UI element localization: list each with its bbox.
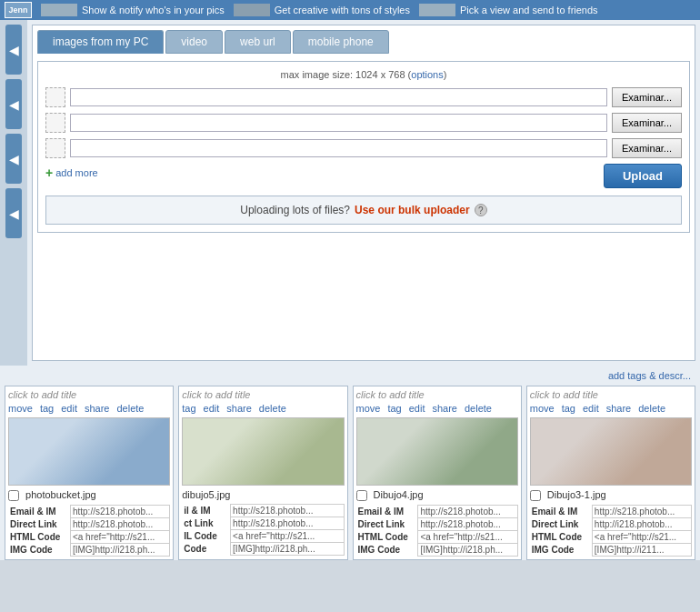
item-title-photobucket[interactable]: click to add title bbox=[8, 389, 170, 400]
item-title-dibujo3[interactable]: click to add title bbox=[530, 389, 692, 400]
action-tag-2[interactable]: tag bbox=[387, 403, 401, 414]
main-container: ◀ ◀ ◀ ◀ images from my PC video web url … bbox=[0, 20, 700, 366]
item-title-dibujo4[interactable]: click to add title bbox=[356, 389, 518, 400]
action-move-0[interactable]: move bbox=[8, 403, 33, 414]
share-label-direct-2: Direct Link bbox=[356, 518, 418, 531]
action-share-2[interactable]: share bbox=[432, 403, 457, 414]
share-label-html-3: HTML Code bbox=[530, 531, 593, 544]
share-row-img-3: IMG Code [IMG]http://i211... bbox=[530, 544, 692, 557]
share-value-email-0[interactable]: http://s218.photob... bbox=[70, 506, 169, 518]
action-edit-0[interactable]: edit bbox=[61, 403, 77, 414]
action-move-3[interactable]: move bbox=[530, 403, 555, 414]
nav-item-pics[interactable]: Show & notify who's in your pics bbox=[41, 4, 225, 16]
action-share-1[interactable]: share bbox=[226, 403, 252, 414]
action-share-0[interactable]: share bbox=[85, 403, 110, 414]
gallery-tags-bar: add tags & descr... bbox=[5, 370, 695, 381]
upload-input-2[interactable] bbox=[70, 114, 607, 132]
bulk-help-icon[interactable]: ? bbox=[475, 204, 487, 216]
action-delete-3[interactable]: delete bbox=[638, 403, 665, 414]
nav-item-view[interactable]: Pick a view and send to friends bbox=[419, 4, 598, 16]
share-value-direct-3[interactable]: http://i218.photob... bbox=[592, 518, 691, 531]
action-share-3[interactable]: share bbox=[606, 403, 632, 414]
share-value-img-0[interactable]: [IMG]http://i218.ph... bbox=[70, 544, 169, 557]
action-edit-2[interactable]: edit bbox=[409, 403, 425, 414]
share-row-direct-1: ct Link http://s218.photob... bbox=[182, 517, 344, 530]
share-table-dibujo3: Email & IM http://s218.photob... Direct … bbox=[530, 505, 692, 557]
upload-input-3[interactable] bbox=[70, 139, 607, 157]
gallery-area: add tags & descr... click to add title m… bbox=[0, 366, 700, 560]
tab-web-url[interactable]: web url bbox=[225, 30, 291, 54]
action-edit-3[interactable]: edit bbox=[583, 403, 599, 414]
nav-view-text: Pick a view and send to friends bbox=[460, 5, 598, 15]
action-delete-0[interactable]: delete bbox=[116, 403, 144, 414]
checkbox-dibujo3[interactable] bbox=[530, 490, 541, 501]
checkbox-photobucket[interactable] bbox=[8, 490, 19, 501]
avatar-label: Jenn bbox=[8, 5, 27, 15]
share-value-direct-2[interactable]: http://s218.photob... bbox=[418, 518, 517, 531]
filename-dibujo4: Dibujo4.jpg bbox=[356, 489, 518, 501]
sidebar-nav-btn-3[interactable]: ◀ bbox=[5, 134, 22, 184]
share-value-html-2[interactable]: <a href="http://s21... bbox=[418, 531, 517, 544]
share-value-html-1[interactable]: <a href="http://s21... bbox=[231, 530, 344, 543]
options-link[interactable]: options bbox=[411, 69, 443, 80]
share-row-direct-3: Direct Link http://i218.photob... bbox=[530, 518, 692, 531]
tab-mobile-phone[interactable]: mobile phone bbox=[293, 30, 389, 54]
share-row-html-2: HTML Code <a href="http://s21... bbox=[356, 531, 518, 544]
share-value-img-1[interactable]: [IMG]http://i218.ph... bbox=[231, 543, 344, 556]
add-tags-link[interactable]: add tags & descr... bbox=[608, 370, 691, 381]
share-label-direct-3: Direct Link bbox=[530, 518, 593, 531]
action-delete-1[interactable]: delete bbox=[259, 403, 286, 414]
share-row-html-3: HTML Code <a href="http://s21... bbox=[530, 531, 692, 544]
share-label-img-1: Code bbox=[182, 543, 230, 556]
filename-dibujo5: dibujo5.jpg bbox=[182, 489, 344, 500]
left-arrow-icon: ◀ bbox=[9, 43, 19, 57]
left-arrow-icon-3: ◀ bbox=[9, 152, 19, 166]
action-tag-0[interactable]: tag bbox=[40, 403, 54, 414]
share-value-email-3[interactable]: http://s218.photob... bbox=[592, 506, 691, 518]
upload-input-1[interactable] bbox=[70, 88, 607, 106]
sidebar-nav-btn-2[interactable]: ◀ bbox=[5, 79, 22, 129]
nav-item-styles[interactable]: Get creative with tons of styles bbox=[234, 4, 410, 16]
share-value-img-3[interactable]: [IMG]http://i211... bbox=[592, 544, 691, 557]
bulk-text: Uploading lots of files? bbox=[240, 204, 350, 216]
action-edit-1[interactable]: edit bbox=[204, 403, 220, 414]
nav-view-image bbox=[419, 4, 455, 16]
browse-btn-3[interactable]: Examinar... bbox=[612, 138, 682, 158]
share-value-email-2[interactable]: http://s218.photob... bbox=[418, 506, 517, 518]
share-row-email-2: Email & IM http://s218.photob... bbox=[356, 506, 518, 518]
share-row-img-0: IMG Code [IMG]http://i218.ph... bbox=[8, 544, 170, 557]
left-arrow-icon-4: ◀ bbox=[9, 206, 19, 221]
share-label-email-2: Email & IM bbox=[356, 506, 418, 518]
item-title-dibujo5[interactable]: click to add title bbox=[182, 389, 344, 400]
checkbox-dibujo4[interactable] bbox=[356, 490, 367, 501]
share-row-img-1: Code [IMG]http://i218.ph... bbox=[182, 543, 344, 556]
browse-btn-2[interactable]: Examinar... bbox=[612, 113, 682, 133]
share-row-direct-2: Direct Link http://s218.photob... bbox=[356, 518, 518, 531]
action-tag-1[interactable]: tag bbox=[182, 403, 195, 414]
sidebar-nav-btn-1[interactable]: ◀ bbox=[5, 25, 22, 75]
avatar[interactable]: Jenn bbox=[5, 2, 32, 18]
browse-btn-1[interactable]: Examinar... bbox=[612, 87, 682, 107]
share-value-direct-1[interactable]: http://s218.photob... bbox=[231, 517, 344, 530]
bulk-uploader-link[interactable]: Use our bulk uploader bbox=[355, 204, 470, 216]
action-tag-3[interactable]: tag bbox=[562, 403, 575, 414]
nav-styles-text: Get creative with tons of styles bbox=[275, 5, 410, 15]
share-value-html-0[interactable]: <a href="http://s21... bbox=[70, 531, 169, 544]
nav-styles-image bbox=[234, 4, 270, 16]
share-value-html-3[interactable]: <a href="http://s21... bbox=[592, 531, 691, 544]
tab-images-from-pc[interactable]: images from my PC bbox=[37, 30, 164, 54]
gallery-item-dibujo3: click to add title move tag edit share d… bbox=[526, 386, 695, 560]
upload-button[interactable]: Upload bbox=[604, 164, 682, 188]
share-value-email-1[interactable]: http://s218.photob... bbox=[231, 505, 344, 517]
action-delete-2[interactable]: delete bbox=[465, 403, 492, 414]
share-value-img-2[interactable]: [IMG]http://i218.ph... bbox=[418, 544, 517, 557]
item-actions-dibujo4: move tag edit share delete bbox=[356, 403, 518, 414]
gallery-item-photobucket: click to add title move tag edit share d… bbox=[5, 386, 174, 560]
gallery-item-dibujo5: click to add title tag edit share delete… bbox=[178, 386, 347, 560]
add-more-link[interactable]: + add more bbox=[45, 166, 98, 180]
share-value-direct-0[interactable]: http://s218.photob... bbox=[70, 518, 169, 531]
tab-video[interactable]: video bbox=[165, 30, 223, 54]
action-move-2[interactable]: move bbox=[356, 403, 381, 414]
sidebar-nav-btn-4[interactable]: ◀ bbox=[5, 188, 22, 238]
upload-form: max image size: 1024 x 768 (options) Exa… bbox=[37, 61, 690, 233]
